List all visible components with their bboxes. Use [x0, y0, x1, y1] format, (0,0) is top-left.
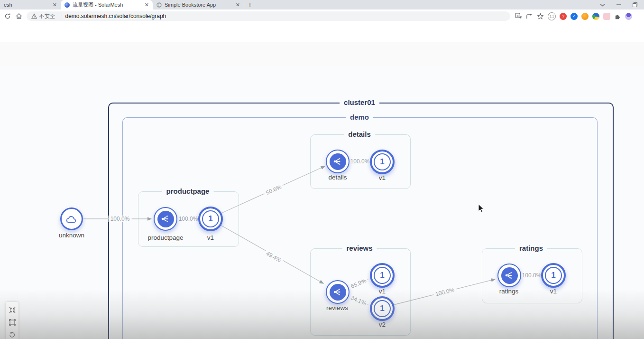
translate-icon[interactable]: a: [515, 13, 522, 20]
globe-favicon-icon: [156, 2, 162, 8]
node-label-unknown: unknown: [59, 232, 84, 239]
app-toolbar: ⚙: [0, 23, 644, 42]
workload-count: 1: [545, 267, 562, 284]
group-title-ratings: ratings: [515, 244, 547, 252]
extension-icon-pumpkin[interactable]: [581, 13, 589, 20]
url-text: demo.solarmesh.cn/solar/console/graph: [65, 13, 166, 19]
version-node-ratings-v1[interactable]: 1: [541, 263, 566, 288]
address-bar-icons: a 1:1 ? ✓: [515, 12, 632, 20]
tab-close-icon[interactable]: ✕: [236, 2, 240, 8]
not-secure-warning-icon: [31, 13, 37, 19]
url-divider: [62, 13, 62, 19]
extension-icon-pink[interactable]: [603, 13, 610, 20]
extension-icon-check[interactable]: ✓: [570, 13, 578, 20]
graph-mini-toolbar: [6, 302, 18, 339]
extension-icon-sizer[interactable]: 1:1: [548, 12, 556, 20]
address-bar: 不安全 demo.solarmesh.cn/solar/console/grap…: [0, 9, 644, 23]
tab-close-icon[interactable]: ✕: [145, 2, 149, 8]
edge-label: 100.0%: [520, 272, 543, 279]
tab-label: 流量视图 - SolarMesh: [73, 1, 123, 9]
tab-mesh-partial[interactable]: esh ✕: [0, 0, 61, 9]
service-node-productpage[interactable]: [154, 207, 177, 231]
edge-label: 100.0%: [109, 216, 132, 222]
share-icon[interactable]: [526, 13, 533, 20]
service-node-ratings[interactable]: [497, 264, 521, 287]
tab-traffic-view-active[interactable]: 流量视图 - SolarMesh ✕: [61, 0, 153, 9]
window-controls: [600, 0, 644, 9]
tab-search-chevron-icon[interactable]: [600, 3, 605, 7]
reset-view-icon[interactable]: [9, 331, 16, 339]
bookmark-star-icon[interactable]: [537, 13, 544, 20]
url-field[interactable]: 不安全 demo.solarmesh.cn/solar/console/grap…: [27, 11, 510, 21]
version-label-details-v1: v1: [379, 174, 386, 181]
service-mesh-icon: [160, 214, 171, 224]
namespace-title: demo: [346, 113, 373, 121]
service-node-details[interactable]: [326, 150, 350, 173]
version-node-productpage-v1[interactable]: 1: [198, 207, 223, 231]
traffic-graph-canvas[interactable]: 100.0% 100.0% 50.6% 49.4% 100.0% 65.9% 3…: [0, 66, 644, 339]
workload-count: 1: [374, 267, 391, 284]
svg-text:a: a: [516, 13, 519, 18]
node-unknown[interactable]: [60, 207, 83, 230]
edge-label: 100.0%: [177, 216, 200, 222]
workload-count: 1: [202, 210, 219, 227]
security-label: 不安全: [39, 13, 55, 20]
service-label-reviews: reviews: [326, 304, 348, 311]
minimize-button[interactable]: [616, 2, 621, 7]
frame-select-icon[interactable]: [9, 319, 16, 326]
service-label-productpage: productpage: [147, 234, 183, 241]
version-node-details-v1[interactable]: 1: [370, 150, 395, 174]
mouse-cursor: [478, 204, 485, 214]
service-label-details: details: [328, 174, 347, 181]
cluster-title: cluster01: [340, 98, 379, 106]
version-label-reviews-v2: v2: [379, 321, 386, 328]
tab-bookstore[interactable]: Simple Bookstore App ✕: [153, 0, 244, 9]
extension-icon-colorwheel[interactable]: [592, 13, 599, 20]
tab-close-icon[interactable]: ✕: [53, 2, 57, 8]
service-mesh-icon: [504, 270, 515, 281]
tab-label: esh: [4, 2, 12, 8]
cloud-icon: [66, 215, 77, 224]
extension-icon-red[interactable]: ?: [560, 13, 567, 20]
browser-tab-strip: esh ✕ 流量视图 - SolarMesh ✕ Simple Bookstor…: [0, 0, 644, 9]
fit-view-icon[interactable]: [9, 306, 16, 314]
solarmesh-favicon-icon: [64, 2, 70, 8]
restore-button[interactable]: [633, 2, 637, 7]
service-mesh-icon: [332, 287, 343, 297]
extensions-puzzle-icon[interactable]: [614, 13, 621, 20]
version-node-reviews-v1[interactable]: 1: [370, 263, 395, 288]
home-icon[interactable]: [13, 10, 25, 22]
tab-label: Simple Bookstore App: [165, 2, 216, 8]
version-node-reviews-v2[interactable]: 1: [370, 296, 395, 321]
edges-layer: [0, 66, 644, 339]
version-label-reviews-v1: v1: [379, 288, 386, 295]
service-mesh-icon: [332, 156, 343, 167]
new-tab-button[interactable]: +: [244, 0, 256, 9]
workload-count: 1: [374, 300, 391, 317]
group-title-details: details: [344, 130, 375, 138]
workload-count: 1: [374, 153, 391, 170]
edge-label: 100.0%: [349, 158, 372, 165]
version-label-ratings-v1: v1: [550, 288, 557, 295]
profile-avatar[interactable]: [625, 13, 632, 20]
filter-bar: 集群: cluster01 ✕ 命名空间: demo ✕ 搜索服务: 显示设置: [0, 42, 644, 66]
group-title-reviews: reviews: [342, 244, 377, 252]
group-title-productpage: productpage: [162, 187, 214, 195]
service-node-reviews[interactable]: [326, 280, 350, 304]
service-label-ratings: ratings: [499, 288, 519, 295]
reload-icon[interactable]: [2, 10, 13, 22]
version-label-productpage-v1: v1: [207, 234, 214, 241]
